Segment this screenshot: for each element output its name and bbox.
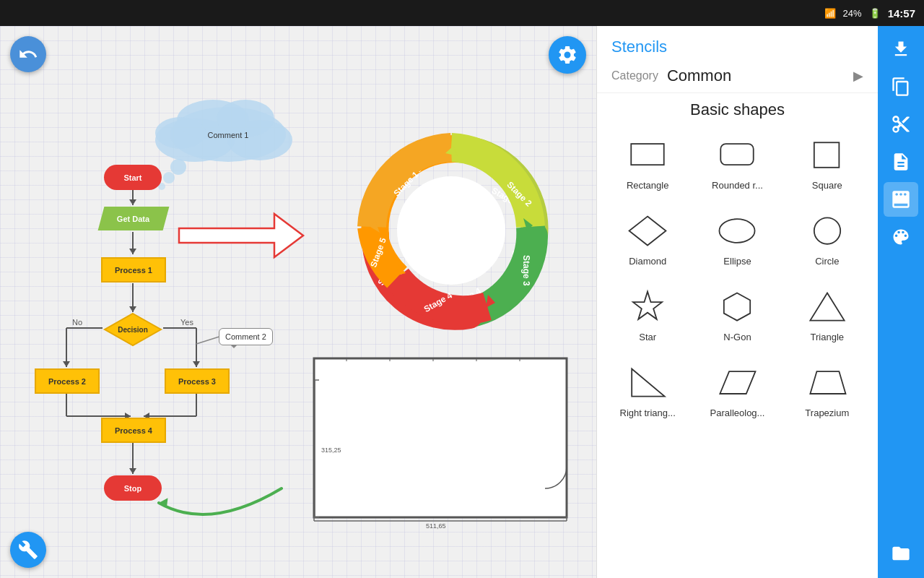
toolbar-grid-btn[interactable] <box>884 182 918 217</box>
svg-marker-76 <box>632 368 664 396</box>
svg-marker-13 <box>129 249 136 254</box>
svg-marker-32 <box>179 214 303 257</box>
cycle-diagram: Stage 1 Stage 2 Stage 3 Stage 4 Stage 5 <box>354 133 549 328</box>
settings-button[interactable] <box>549 36 586 74</box>
canvas-area[interactable]: Comment 1 <box>0 26 596 578</box>
shape-item-trapezium[interactable]: Trapezium <box>784 354 871 426</box>
svg-point-7 <box>163 172 175 184</box>
toolbar-folder-btn[interactable] <box>884 536 918 571</box>
svg-rect-38 <box>314 358 567 517</box>
shape-item-circle[interactable]: Circle <box>784 202 871 274</box>
circle-icon <box>802 210 853 253</box>
category-label: Category <box>611 69 658 82</box>
svg-marker-52 <box>158 498 170 509</box>
wrench-button[interactable] <box>10 532 46 568</box>
svg-rect-68 <box>721 144 754 165</box>
svg-point-0 <box>170 107 286 162</box>
shape-item-parallelogram[interactable]: Paralleolog... <box>694 354 780 426</box>
category-row: Category Common ▶ <box>611 66 863 85</box>
circle-label: Circle <box>815 256 839 267</box>
battery-status: 24% <box>843 8 862 19</box>
ngon-icon <box>712 285 762 329</box>
svg-point-2 <box>227 120 292 160</box>
svg-point-72 <box>814 217 840 243</box>
star-icon <box>622 285 673 329</box>
trapezium-icon <box>802 361 853 405</box>
star-label: Star <box>639 332 656 342</box>
svg-point-3 <box>177 100 249 140</box>
svg-point-71 <box>720 219 755 243</box>
parallelogram-label: Paralleolog... <box>710 407 765 418</box>
toolbar-export-btn[interactable] <box>884 32 918 66</box>
svg-marker-29 <box>129 468 136 474</box>
toolbar-palette-btn[interactable] <box>884 220 918 254</box>
svg-marker-18 <box>63 361 70 367</box>
rounded-rectangle-label: Rounded r... <box>712 180 763 191</box>
shape-item-rounded-rectangle[interactable]: Rounded r... <box>694 126 780 198</box>
rounded-rectangle-icon <box>712 134 762 177</box>
shape-item-diamond[interactable]: Diamond <box>604 202 691 274</box>
toolbar-scissors-btn[interactable] <box>884 107 918 142</box>
shapes-grid: RectangleRounded r...SquareDiamondEllips… <box>604 126 871 426</box>
svg-point-4 <box>217 100 274 137</box>
diamond-label: Diamond <box>629 256 666 267</box>
svg-rect-67 <box>631 144 663 165</box>
svg-marker-74 <box>724 293 750 320</box>
svg-marker-78 <box>810 371 845 394</box>
right-triangle-icon <box>622 361 673 405</box>
undo-button[interactable] <box>10 36 46 72</box>
shape-item-triangle[interactable]: Triangle <box>784 278 871 350</box>
svg-point-1 <box>155 118 235 162</box>
toolbar-document-btn[interactable] <box>884 144 918 179</box>
decision-shape[interactable]: Decision <box>103 312 162 347</box>
stop-shape[interactable]: Stop <box>104 475 162 501</box>
square-label: Square <box>812 180 842 191</box>
shapes-grid-container: Basic shapes RectangleRounded r...Square… <box>597 93 878 578</box>
svg-text:Decision: Decision <box>118 326 148 334</box>
diamond-icon <box>622 210 673 253</box>
svg-marker-15 <box>129 306 136 312</box>
svg-text:315,25: 315,25 <box>321 447 341 454</box>
category-dropdown-icon[interactable]: ▶ <box>853 68 863 84</box>
category-value: Common <box>667 66 845 85</box>
svg-rect-69 <box>814 142 840 168</box>
svg-point-5 <box>155 117 206 149</box>
ngon-label: N-Gon <box>723 332 751 342</box>
shape-item-ellipse[interactable]: Ellipse <box>694 202 780 274</box>
process1-shape[interactable]: Process 1 <box>101 257 166 282</box>
svg-point-6 <box>170 159 186 175</box>
triangle-label: Triangle <box>811 332 844 342</box>
shapes-section-title: Basic shapes <box>604 100 871 119</box>
svg-text:No: No <box>72 318 82 327</box>
process3-shape[interactable]: Process 3 <box>165 368 230 394</box>
stencils-title: Stencils <box>611 38 863 56</box>
shape-item-right-triangle[interactable]: Right triang... <box>604 354 691 426</box>
toolbar-copy-btn[interactable] <box>884 69 918 104</box>
svg-marker-11 <box>129 199 136 205</box>
shape-item-ngon[interactable]: N-Gon <box>694 278 780 350</box>
stencils-header: Stencils Category Common ▶ <box>597 26 878 93</box>
parallelogram-icon <box>712 361 762 405</box>
wifi-icon: 📶 <box>824 8 836 19</box>
process2-shape[interactable]: Process 2 <box>35 368 100 394</box>
comment2-bubble[interactable]: Comment 2 <box>219 328 273 345</box>
svg-marker-73 <box>633 292 662 319</box>
svg-marker-70 <box>629 217 666 246</box>
process4-shape[interactable]: Process 4 <box>101 418 166 443</box>
right-toolbar <box>878 26 924 578</box>
svg-text:Stage 3: Stage 3 <box>521 255 531 286</box>
ellipse-icon <box>712 210 762 253</box>
start-shape[interactable]: Start <box>104 165 162 190</box>
get-data-shape[interactable]: Get Data <box>98 207 170 230</box>
triangle-icon <box>802 285 853 329</box>
rectangle-label: Rectangle <box>627 180 669 191</box>
trapezium-label: Trapezium <box>805 407 849 418</box>
svg-marker-75 <box>810 293 844 320</box>
square-icon <box>802 134 853 177</box>
right-triangle-label: Right triang... <box>620 407 676 418</box>
svg-marker-21 <box>193 361 200 367</box>
shape-item-star[interactable]: Star <box>604 278 691 350</box>
shape-item-square[interactable]: Square <box>784 126 871 198</box>
stencils-panel: Stencils Category Common ▶ Basic shapes … <box>596 26 878 578</box>
shape-item-rectangle[interactable]: Rectangle <box>604 126 691 198</box>
